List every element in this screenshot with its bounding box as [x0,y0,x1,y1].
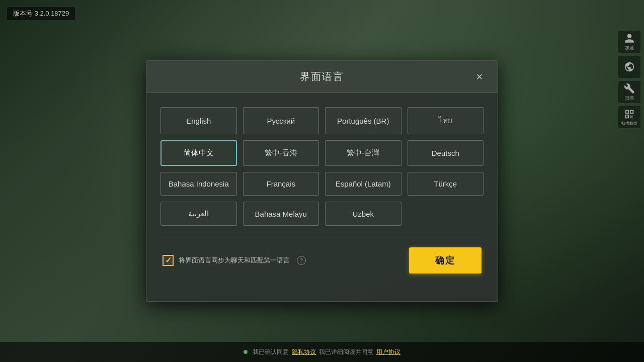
checkmark-icon: ✓ [165,256,172,264]
lang-btn-english[interactable]: English [160,107,237,134]
lang-btn-malay[interactable]: Bahasa Melayu [243,202,319,226]
lang-btn-thai[interactable]: ไทย [408,107,484,134]
lang-btn-traditional_tw[interactable]: 繁中-台灣 [325,140,401,166]
language-grid: EnglishРусскийPortuguês (BR)ไทย简体中文繁中-香港… [160,107,484,226]
help-icon[interactable]: ? [297,256,306,265]
dialog-overlay: 界面语言 × EnglishРусскийPortuguês (BR)ไทย简体… [0,0,644,362]
lang-placeholder [408,202,484,226]
sync-checkbox[interactable]: ✓ [163,255,174,266]
lang-btn-uzbek[interactable]: Uzbek [325,202,401,226]
dialog-footer: ✓ 将界面语言同步为聊天和匹配第一语言 ? 确定 [160,247,484,274]
dialog-divider [160,236,484,236]
lang-btn-french[interactable]: Français [243,172,319,196]
lang-btn-portuguese_br[interactable]: Português (BR) [325,107,401,134]
dialog-body: EnglishРусскийPortuguês (BR)ไทย简体中文繁中-香港… [146,93,498,284]
lang-btn-indonesian[interactable]: Bahasa Indonesia [160,172,237,196]
lang-btn-spanish_latam[interactable]: Español (Latam) [325,172,401,196]
confirm-button[interactable]: 确定 [409,247,481,274]
lang-btn-arabic[interactable]: العربية [160,202,237,226]
close-button[interactable]: × [471,69,488,85]
lang-btn-simplified_chinese[interactable]: 简体中文 [160,140,237,166]
lang-btn-russian[interactable]: Русский [243,107,319,134]
sync-language-row: ✓ 将界面语言同步为聊天和匹配第一语言 ? [163,255,306,266]
lang-btn-traditional_hk[interactable]: 繁中-香港 [243,140,319,166]
lang-btn-german[interactable]: Deutsch [408,140,484,166]
dialog-header: 界面语言 × [146,61,498,93]
dialog-title: 界面语言 [300,70,344,83]
lang-btn-turkish[interactable]: Türkçe [408,172,484,196]
sync-label: 将界面语言同步为聊天和匹配第一语言 [179,256,290,265]
language-dialog: 界面语言 × EnglishРусскийPortuguês (BR)ไทย简体… [146,60,498,302]
